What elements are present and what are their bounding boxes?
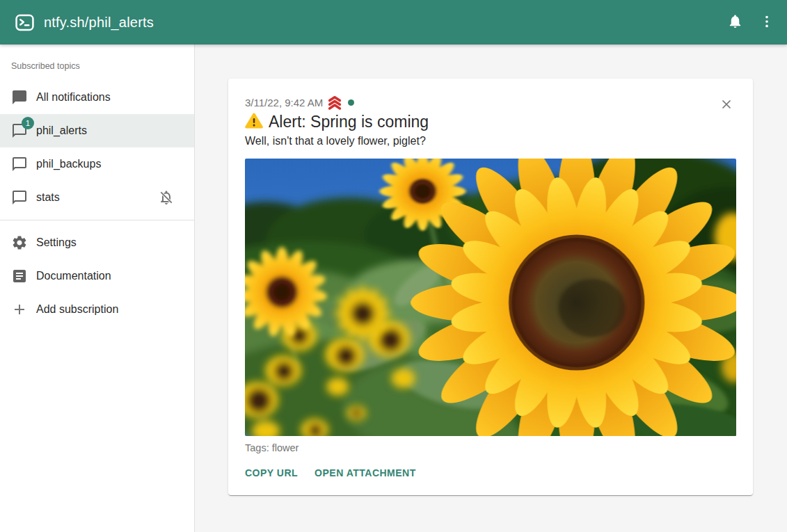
- unread-dot: [348, 99, 354, 106]
- notifications-bell-button[interactable]: [719, 6, 751, 38]
- chat-outline-icon: [11, 189, 28, 206]
- attachment-image[interactable]: [245, 159, 736, 436]
- notification-tags: Tags: flower: [245, 442, 736, 453]
- sidebar-item-documentation[interactable]: Documentation: [0, 259, 194, 293]
- close-x-icon: [720, 97, 733, 113]
- bell-icon: [727, 13, 743, 31]
- sidebar-item-stats[interactable]: stats: [0, 181, 194, 214]
- plus-icon: [11, 301, 28, 318]
- sidebar-item-label: Settings: [36, 236, 77, 249]
- notification-title-row: Alert: Spring is coming: [245, 112, 736, 132]
- open-attachment-button[interactable]: OPEN ATTACHMENT: [309, 462, 422, 484]
- high-priority-chevrons-icon: [327, 95, 342, 110]
- sidebar-item-label: stats: [36, 191, 60, 204]
- app-title: ntfy.sh/phil_alerts: [44, 15, 719, 31]
- sidebar-section-label: Subscribed topics: [0, 45, 194, 81]
- main-area: 3/11/22, 9:42 AM: [195, 45, 787, 532]
- sidebar-divider: [0, 220, 194, 220]
- sidebar-item-all-notifications[interactable]: All notifications: [0, 81, 194, 114]
- sidebar: Subscribed topics All notifications 1 ph…: [0, 45, 195, 532]
- sidebar-item-settings[interactable]: Settings: [0, 226, 194, 259]
- close-notification-button[interactable]: [715, 94, 738, 116]
- gear-icon: [11, 234, 28, 251]
- sidebar-item-label: Add subscription: [36, 303, 118, 316]
- notification-meta-row: 3/11/22, 9:42 AM: [245, 95, 736, 109]
- bell-off-icon: [158, 189, 175, 206]
- sidebar-item-label: phil_alerts: [36, 124, 87, 137]
- terminal-logo-icon: [15, 14, 34, 31]
- topbar: ntfy.sh/phil_alerts: [0, 0, 787, 45]
- notification-title: Alert: Spring is coming: [269, 113, 429, 131]
- chat-filled-icon: [11, 89, 28, 106]
- overflow-menu-button[interactable]: [751, 6, 783, 38]
- notification-actions: COPY URL OPEN ATTACHMENT: [239, 462, 736, 484]
- sidebar-item-add-subscription[interactable]: Add subscription: [0, 293, 194, 326]
- article-icon: [11, 268, 28, 284]
- unread-count-badge: 1: [22, 117, 34, 129]
- sidebar-item-phil-alerts[interactable]: 1 phil_alerts: [0, 114, 194, 147]
- sidebar-item-label: Documentation: [36, 270, 111, 282]
- notification-body: Well, isn't that a lovely flower, piglet…: [245, 135, 736, 147]
- kebab-menu-icon: [759, 14, 774, 31]
- copy-url-button[interactable]: COPY URL: [239, 462, 303, 484]
- warning-triangle-emoji: [245, 112, 263, 132]
- sidebar-item-label: phil_backups: [36, 158, 101, 170]
- chat-outline-icon: 1: [11, 122, 28, 139]
- sidebar-item-phil-backups[interactable]: phil_backups: [0, 147, 194, 181]
- notification-timestamp: 3/11/22, 9:42 AM: [245, 97, 323, 108]
- notification-card: 3/11/22, 9:42 AM: [228, 79, 753, 495]
- chat-outline-icon: [11, 156, 28, 172]
- sidebar-item-label: All notifications: [36, 91, 111, 104]
